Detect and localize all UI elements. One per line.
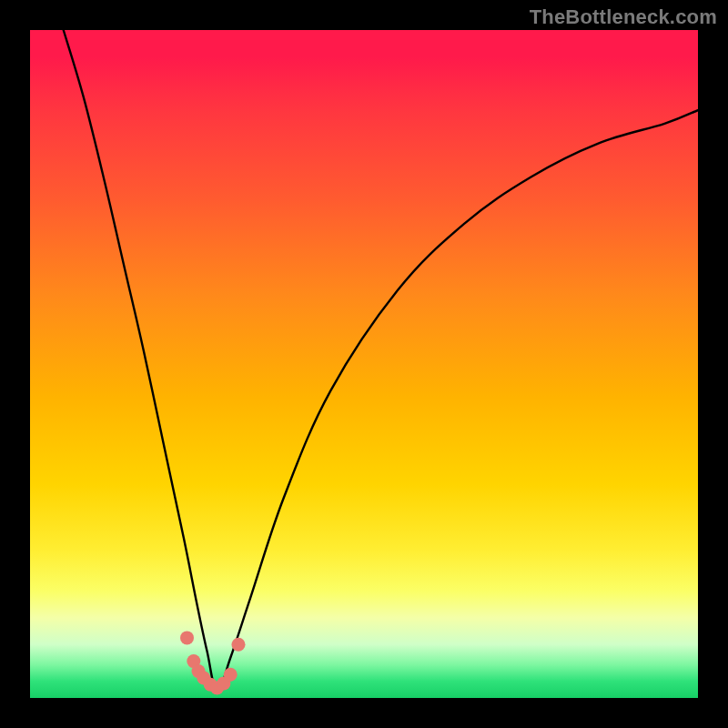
trough-marker-dot — [180, 631, 194, 644]
trough-marker-dot — [232, 638, 246, 652]
stage: TheBottleneck.com — [0, 0, 728, 728]
plot-area — [30, 30, 698, 698]
watermark-text: TheBottleneck.com — [530, 5, 717, 29]
trough-marker-dot — [224, 668, 238, 682]
trough-markers — [30, 30, 698, 698]
